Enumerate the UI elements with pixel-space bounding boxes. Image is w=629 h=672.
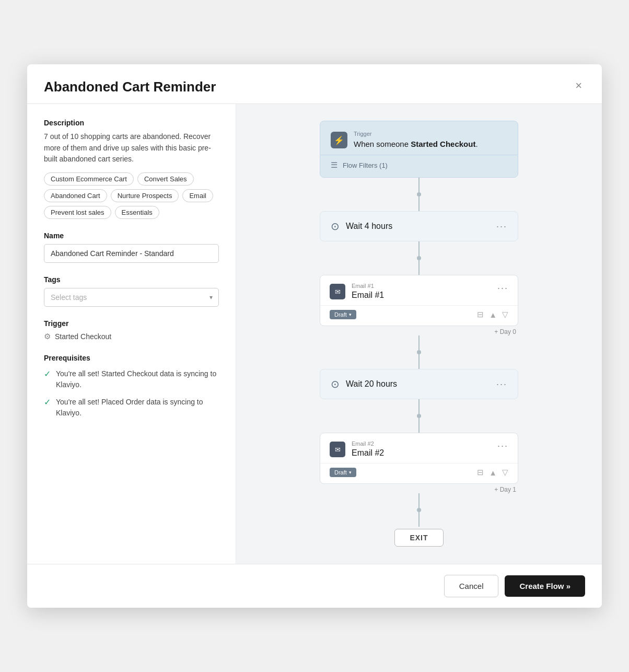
check-icon: ✓ [44, 369, 51, 379]
create-flow-button[interactable]: Create Flow » [505, 575, 585, 597]
prereq-item-2: ✓ You're all set! Placed Order data is s… [44, 397, 219, 419]
flow-connector [418, 241, 420, 256]
flow-connector-dot [417, 350, 421, 354]
trigger-row: ⚙ Started Checkout [44, 332, 219, 341]
more-options-button[interactable]: ··· [496, 221, 507, 232]
flow-connector [418, 335, 420, 350]
flow-connector [418, 493, 420, 508]
flow-connector-dot [417, 256, 421, 260]
check-icon: ✓ [44, 397, 51, 407]
email-1-left: ✉ Email #1 Email #1 [330, 283, 384, 300]
modal: Abandoned Cart Reminder × Description 7 … [27, 64, 602, 608]
email-2-sublabel: Email #2 [352, 441, 384, 447]
tags-select[interactable]: Select tags [44, 288, 219, 307]
trigger-card-inner: ⚡ Trigger When someone Started Checkout. [320, 121, 518, 149]
flow-connector-dot [417, 192, 421, 196]
tags-select-wrapper: Select tags ▾ [44, 288, 219, 307]
email-1-info: Email #1 Email #1 [352, 283, 384, 300]
right-panel: ⚡ Trigger When someone Started Checkout.… [236, 104, 602, 564]
left-panel: Description 7 out of 10 shopping carts a… [27, 104, 236, 564]
send-icon[interactable]: ⊟ [477, 468, 484, 477]
tags-section: Tags Select tags ▾ [44, 275, 219, 307]
tags-label: Tags [44, 275, 219, 284]
email-1-more-button[interactable]: ··· [497, 283, 508, 294]
filter-icon[interactable]: ▽ [502, 468, 508, 477]
tag-badge: Email [182, 189, 213, 202]
trigger-desc-prefix: When someone [354, 140, 411, 148]
filter-icon: ☰ [331, 160, 337, 170]
prerequisites-section: Prerequisites ✓ You're all set! Started … [44, 354, 219, 419]
wait-20-hours-card: ⊙ Wait 20 hours ··· [320, 369, 518, 399]
email-2-top: ✉ Email #2 Email #2 ··· [320, 433, 518, 463]
email-2-draft-badge[interactable]: Draft ▾ [330, 468, 356, 477]
trigger-card: ⚡ Trigger When someone Started Checkout.… [320, 121, 518, 178]
description-text: 7 out of 10 shopping carts are abandoned… [44, 131, 219, 165]
wait-4-label: Wait 4 hours [346, 222, 392, 231]
email-1-name: Email #1 [352, 291, 384, 300]
exit-box: EXIT [394, 529, 443, 547]
wait-4-hours-card: ⊙ Wait 4 hours ··· [320, 211, 518, 241]
up-icon[interactable]: ▲ [489, 468, 497, 477]
prereq-item-1: ✓ You're all set! Started Checkout data … [44, 368, 219, 390]
flow-filters-text: Flow Filters (1) [343, 161, 388, 169]
email-2-bottom: Draft ▾ ⊟ ▲ ▽ [320, 463, 518, 483]
flow-filters-row[interactable]: ☰ Flow Filters (1) [320, 155, 518, 177]
send-icon[interactable]: ⊟ [477, 310, 484, 319]
trigger-card-desc: When someone Started Checkout. [354, 138, 507, 149]
tag-badge: Custom Ecommerce Cart [44, 172, 134, 186]
tag-badge: Abandoned Cart [44, 189, 107, 202]
filter-icon[interactable]: ▽ [502, 310, 508, 319]
prereq-text-2: You're all set! Placed Order data is syn… [56, 397, 219, 419]
email-2-name: Email #2 [352, 448, 384, 458]
trigger-desc-suffix: . [475, 140, 477, 148]
close-button[interactable]: × [572, 79, 585, 92]
email-1-top: ✉ Email #1 Email #1 ··· [320, 275, 518, 305]
trigger-card-text: Trigger When someone Started Checkout. [354, 131, 507, 149]
flow-wrapper: ⚡ Trigger When someone Started Checkout.… [320, 121, 518, 547]
tag-badge: Nurture Prospects [111, 189, 179, 202]
email-1-card: ✉ Email #1 Email #1 ··· Draft ▾ [320, 275, 518, 326]
lightning-icon: ⚡ [331, 132, 347, 148]
trigger-label: Trigger [44, 319, 219, 328]
flow-connector [418, 196, 420, 211]
flow-connector [418, 260, 420, 275]
email-2-info: Email #2 Email #2 [352, 441, 384, 458]
chevron-down-icon: ▾ [349, 312, 352, 317]
wait-20-label: Wait 20 hours [346, 379, 397, 389]
modal-body: Description 7 out of 10 shopping carts a… [27, 104, 602, 564]
tag-badge: Prevent lost sales [44, 206, 111, 219]
flow-connector [418, 418, 420, 433]
tag-badges-row: Custom Ecommerce Cart Convert Sales Aban… [44, 172, 219, 219]
draft-label: Draft [334, 311, 347, 318]
email-1-actions: ⊟ ▲ ▽ [477, 310, 508, 319]
email-icon: ✉ [330, 284, 345, 299]
flow-connector [418, 178, 420, 192]
modal-title: Abandoned Cart Reminder [44, 79, 216, 95]
more-options-button[interactable]: ··· [496, 379, 507, 390]
tag-badge: Essentials [115, 206, 159, 219]
email-icon: ✉ [330, 442, 345, 457]
trigger-section: Trigger ⚙ Started Checkout [44, 319, 219, 341]
cancel-button[interactable]: Cancel [444, 575, 499, 597]
description-label: Description [44, 119, 219, 127]
name-input[interactable] [44, 244, 219, 263]
email-1-bottom: Draft ▾ ⊟ ▲ ▽ [320, 305, 518, 326]
flow-connector-dot [417, 508, 421, 512]
modal-header: Abandoned Cart Reminder × [27, 64, 602, 104]
email-2-more-button[interactable]: ··· [497, 441, 508, 451]
gear-icon: ⚙ [44, 332, 51, 341]
prereq-text-1: You're all set! Started Checkout data is… [56, 368, 219, 390]
email-1-draft-badge[interactable]: Draft ▾ [330, 310, 356, 319]
flow-connector [418, 354, 420, 369]
modal-footer: Cancel Create Flow » [27, 564, 602, 608]
flow-connector-dot [417, 414, 421, 418]
up-icon[interactable]: ▲ [489, 310, 497, 319]
clock-icon: ⊙ [331, 378, 340, 390]
wait-left: ⊙ Wait 20 hours [331, 378, 397, 390]
flow-connector [418, 399, 420, 414]
trigger-card-label: Trigger [354, 131, 507, 137]
email-2-actions: ⊟ ▲ ▽ [477, 468, 508, 477]
tag-badge: Convert Sales [137, 172, 194, 186]
email-2-left: ✉ Email #2 Email #2 [330, 441, 384, 458]
flow-connector [418, 512, 420, 527]
